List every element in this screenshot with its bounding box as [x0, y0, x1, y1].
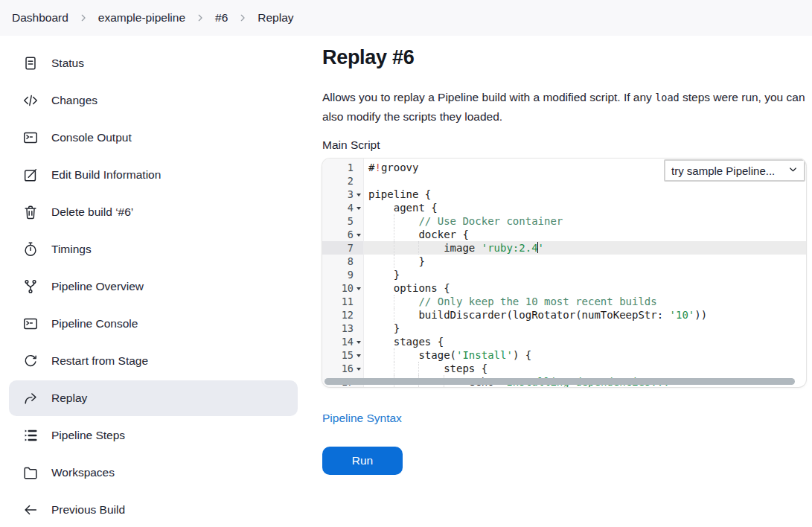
code-line-15[interactable]: stage('Install') {: [364, 348, 806, 362]
indent-guide: [394, 295, 394, 308]
breadcrumb-item-replay[interactable]: Replay: [258, 11, 293, 25]
code-line-6[interactable]: docker {: [364, 228, 806, 241]
code-line-13[interactable]: }: [364, 322, 806, 335]
sidebar-item-label: Previous Build: [51, 503, 125, 517]
code-line-3[interactable]: pipeline {: [364, 188, 806, 201]
sidebar-item-edit-build-information[interactable]: Edit Build Information: [9, 157, 298, 193]
sidebar-item-label: Replay: [51, 392, 87, 405]
sample-pipeline-select-label: try sample Pipeline...: [671, 165, 775, 177]
fold-caret-icon[interactable]: [354, 335, 363, 348]
horizontal-scrollbar[interactable]: [325, 378, 795, 385]
indent-guide: [394, 348, 394, 362]
code-line-8[interactable]: }: [364, 255, 806, 268]
sidebar-item-pipeline-console[interactable]: Pipeline Console: [9, 306, 298, 342]
fold-caret-icon[interactable]: [354, 201, 363, 214]
folder-icon: [22, 464, 39, 481]
gutter-line-9: 9: [322, 268, 363, 281]
sidebar-item-label: Status: [51, 57, 84, 70]
main-content: Replay #6 Allows you to replay a Pipelin…: [307, 36, 812, 527]
indent-guide: [394, 362, 394, 375]
code-line-5[interactable]: // Use Docker container: [364, 214, 806, 228]
sidebar-item-changes[interactable]: Changes: [9, 83, 298, 118]
branch-icon: [22, 278, 39, 295]
sidebar-item-label: Console Output: [51, 131, 132, 144]
sidebar-item-label: Timings: [51, 243, 92, 256]
stopwatch-icon: [22, 241, 39, 258]
sidebar-item-restart-from-stage[interactable]: Restart from Stage: [9, 343, 298, 379]
restart-icon: [22, 353, 39, 369]
sidebar-item-label: Pipeline Overview: [51, 280, 144, 293]
gutter-line-10[interactable]: 10: [322, 281, 363, 295]
sidebar-item-workspaces[interactable]: Workspaces: [9, 455, 298, 491]
gutter-line-12: 12: [322, 308, 363, 322]
gutter-line-13: 13: [322, 322, 363, 335]
breadcrumb: Dashboardexample-pipeline#6Replay: [12, 11, 294, 25]
gutter-line-7: 7: [322, 241, 363, 255]
terminal-icon: [22, 316, 39, 332]
code-line-4[interactable]: agent {: [364, 201, 806, 214]
gutter-line-8: 8: [322, 255, 363, 268]
edit-icon: [22, 167, 39, 183]
sidebar-item-pipeline-overview[interactable]: Pipeline Overview: [9, 269, 298, 304]
sample-pipeline-select[interactable]: try sample Pipeline...: [664, 159, 805, 182]
gutter-line-4[interactable]: 4: [322, 201, 363, 214]
fold-caret-icon[interactable]: [354, 348, 363, 362]
sidebar-item-previous-build[interactable]: Previous Build: [9, 492, 298, 527]
indent-guide: [394, 214, 394, 228]
gutter-line-14[interactable]: 14: [322, 335, 363, 348]
code-line-14[interactable]: stages {: [364, 335, 806, 348]
editor-gutter: 1234567891011121314151617: [322, 159, 364, 387]
chevron-right-icon: [237, 12, 249, 24]
pipeline-syntax-link[interactable]: Pipeline Syntax: [322, 412, 402, 425]
gutter-line-5: 5: [322, 214, 363, 228]
fold-caret-icon[interactable]: [354, 362, 363, 375]
indent-guide: [394, 255, 394, 268]
gutter-line-11: 11: [322, 295, 363, 308]
sidebar-item-label: Workspaces: [51, 466, 115, 479]
gutter-line-6[interactable]: 6: [322, 228, 363, 241]
fold-caret-icon[interactable]: [354, 188, 363, 201]
gutter-line-1: 1: [322, 161, 363, 174]
code-line-16[interactable]: steps {: [364, 362, 806, 375]
script-editor[interactable]: 1234567891011121314151617 #!groovypipeli…: [322, 159, 806, 387]
code-line-12[interactable]: buildDiscarder(logRotator(numToKeepStr: …: [364, 308, 806, 322]
code-line-10[interactable]: options {: [364, 281, 806, 295]
indent-guide: [418, 241, 419, 255]
replay-description: Allows you to replay a Pipeline build wi…: [322, 88, 806, 126]
indent-guide: [394, 308, 394, 322]
code-line-11[interactable]: // Only keep the 10 most recent builds: [364, 295, 806, 308]
code-lines[interactable]: #!groovypipeline { agent { // Use Docker…: [364, 159, 806, 387]
code-line-9[interactable]: }: [364, 268, 806, 281]
steps-icon: [22, 427, 39, 444]
breadcrumb-item-example-pipeline[interactable]: example-pipeline: [98, 11, 185, 25]
sidebar-item-replay[interactable]: Replay: [9, 380, 298, 416]
breadcrumb-item-dashboard[interactable]: Dashboard: [12, 11, 68, 25]
sidebar-item-timings[interactable]: Timings: [9, 231, 298, 267]
document-icon: [22, 55, 39, 71]
fold-caret-icon[interactable]: [354, 281, 363, 295]
gutter-line-16[interactable]: 16: [322, 362, 363, 375]
top-bar: Dashboardexample-pipeline#6Replay: [0, 0, 812, 36]
gutter-line-3[interactable]: 3: [322, 188, 363, 201]
chevron-right-icon: [194, 12, 206, 24]
sidebar-item-delete-build[interactable]: Delete build ‘#6’: [9, 194, 298, 230]
arrow-left-icon: [22, 502, 39, 518]
sidebar-item-label: Delete build ‘#6’: [51, 205, 133, 219]
sidebar-item-label: Pipeline Steps: [51, 429, 125, 442]
gutter-line-2: 2: [322, 174, 363, 188]
sidebar-item-label: Pipeline Console: [51, 317, 138, 330]
fold-caret-icon[interactable]: [354, 228, 363, 241]
sidebar-item-pipeline-steps[interactable]: Pipeline Steps: [9, 418, 298, 453]
gutter-line-15[interactable]: 15: [322, 348, 363, 362]
breadcrumb-item-6[interactable]: #6: [215, 11, 228, 25]
chevron-right-icon: [77, 12, 89, 24]
code-icon: [22, 92, 39, 109]
sidebar-item-console-output[interactable]: Console Output: [9, 120, 298, 156]
run-button[interactable]: Run: [322, 447, 403, 475]
code-line-7[interactable]: image 'ruby:2.4': [364, 241, 806, 255]
indent-guide: [418, 362, 419, 375]
indent-guide: [394, 241, 394, 255]
sidebar-item-label: Restart from Stage: [51, 354, 148, 368]
sidebar-item-status[interactable]: Status: [9, 45, 298, 81]
sidebar-item-label: Changes: [51, 94, 97, 107]
